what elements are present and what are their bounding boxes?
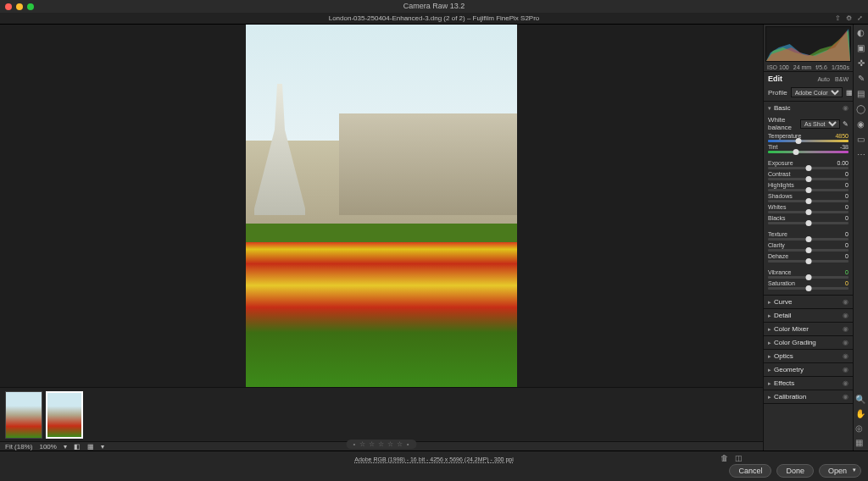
section-effects-header[interactable]: ▸Effects◉	[764, 377, 853, 390]
close-icon[interactable]	[5, 3, 12, 10]
slider-knob[interactable]	[805, 236, 811, 242]
compare-view-icon[interactable]: ◫	[735, 454, 743, 462]
slider-track[interactable]	[768, 211, 849, 213]
settings-icon[interactable]: ⚙	[846, 13, 852, 25]
maximize-icon[interactable]	[27, 3, 34, 10]
zoom-tool-icon[interactable]: 🔍	[855, 395, 865, 404]
slider-knob[interactable]	[805, 198, 811, 204]
slider-track[interactable]	[768, 260, 849, 263]
wb-select[interactable]: As Shot	[800, 119, 840, 129]
thumbnail-selected[interactable]	[46, 391, 83, 439]
radial-tool-icon[interactable]: ◯	[856, 104, 865, 113]
cancel-button[interactable]: Cancel	[729, 464, 771, 478]
slider-knob[interactable]	[805, 165, 811, 171]
section-optics-header[interactable]: ▸Optics◉	[764, 350, 853, 362]
slider-track[interactable]	[768, 238, 849, 240]
profile-browse-icon[interactable]: ▦	[846, 89, 853, 97]
slider-knob[interactable]	[805, 258, 811, 264]
slider-exposure[interactable]: Exposure0.00	[768, 160, 849, 169]
open-button[interactable]: Open	[819, 464, 861, 478]
slider-track[interactable]	[768, 178, 849, 180]
done-button[interactable]: Done	[776, 464, 814, 478]
section-detail-header[interactable]: ▸Detail◉	[764, 309, 853, 322]
section-geometry-header[interactable]: ▸Geometry◉	[764, 363, 853, 376]
zoom-fit[interactable]: Fit (18%)	[5, 443, 32, 451]
slider-clarity[interactable]: Clarity0	[768, 242, 849, 252]
section-curve-header[interactable]: ▸Curve◉	[764, 296, 853, 308]
fullscreen-icon[interactable]: ⤢	[857, 13, 863, 25]
section-color mixer-header[interactable]: ▸Color Mixer◉	[764, 323, 853, 335]
visibility-icon[interactable]: ◉	[843, 325, 849, 333]
slider-track[interactable]	[768, 222, 849, 224]
visibility-icon[interactable]: ◉	[843, 379, 849, 387]
bw-button[interactable]: B&W	[835, 76, 849, 82]
document-title: London-035-250404-Enhanced-3.dng (2 of 2…	[329, 14, 540, 22]
slider-shadows[interactable]: Shadows0	[768, 193, 849, 202]
profile-select[interactable]: Adobe Color	[791, 87, 843, 97]
slider-knob[interactable]	[805, 285, 811, 291]
hand-tool-icon[interactable]: ✋	[855, 409, 865, 418]
slider-track[interactable]	[768, 249, 849, 252]
compare-icon[interactable]: ◧	[74, 443, 81, 451]
filter-icon[interactable]: ▾	[101, 443, 104, 451]
zoom-100[interactable]: 100%	[39, 443, 56, 451]
slider-dehaze[interactable]: Dehaze0	[768, 253, 849, 263]
zoom-dropdown-icon[interactable]: ▾	[64, 443, 67, 451]
visibility-icon[interactable]: ◉	[843, 312, 849, 319]
slider-knob[interactable]	[805, 247, 811, 253]
slider-vibrance[interactable]: Vibrance0	[768, 269, 849, 279]
visibility-icon[interactable]: ◉	[843, 298, 849, 306]
gradient-tool-icon[interactable]: ▤	[857, 89, 865, 98]
slider-saturation[interactable]: Saturation0	[768, 280, 849, 290]
edit-tool-icon[interactable]: ◐	[857, 28, 865, 37]
thumbnail[interactable]	[5, 391, 42, 439]
slider-knob[interactable]	[805, 209, 811, 215]
heal-tool-icon[interactable]: ✜	[858, 58, 865, 68]
auto-button[interactable]: Auto	[817, 76, 829, 82]
slider-track[interactable]	[768, 276, 849, 279]
slider-tint[interactable]: Tint-38	[768, 144, 849, 153]
slider-track[interactable]	[768, 200, 849, 202]
slider-knob[interactable]	[796, 138, 802, 144]
visibility-icon[interactable]: ◉	[843, 352, 849, 360]
visibility-icon[interactable]: ◉	[843, 366, 849, 373]
slider-temperature[interactable]: Temperature4850	[768, 133, 849, 142]
minimize-icon[interactable]	[16, 3, 23, 10]
slider-track[interactable]	[768, 151, 849, 153]
section-calibration-header[interactable]: ▸Calibration◉	[764, 390, 853, 403]
redeye-tool-icon[interactable]: ◉	[857, 119, 865, 129]
visibility-icon[interactable]: ◉	[843, 104, 849, 112]
slider-knob[interactable]	[805, 274, 811, 280]
slider-texture[interactable]: Texture0	[768, 231, 849, 240]
grid-icon[interactable]: ▦	[87, 443, 94, 451]
crop-tool-icon[interactable]: ▣	[857, 43, 865, 53]
rating-bar[interactable]: • ☆ ☆ ☆ ☆ ☆ •	[347, 440, 417, 449]
slider-knob[interactable]	[793, 149, 799, 155]
slider-contrast[interactable]: Contrast0	[768, 171, 849, 180]
slider-track[interactable]	[768, 287, 849, 290]
visibility-icon[interactable]: ◉	[843, 339, 849, 346]
sampler-icon[interactable]: ◎	[855, 423, 865, 433]
histogram[interactable]	[765, 26, 851, 62]
slider-blacks[interactable]: Blacks0	[768, 215, 849, 224]
snapshot-icon[interactable]: ▭	[857, 135, 865, 144]
slider-whites[interactable]: Whites0	[768, 204, 849, 213]
image-preview-area[interactable]	[0, 25, 763, 387]
export-icon[interactable]: ⇪	[835, 13, 841, 25]
slider-knob[interactable]	[805, 220, 811, 226]
slider-track[interactable]	[768, 167, 849, 169]
slider-knob[interactable]	[805, 187, 811, 193]
window-controls[interactable]	[5, 3, 34, 10]
eyedropper-icon[interactable]: ✎	[843, 120, 849, 128]
slider-track[interactable]	[768, 189, 849, 191]
trash-icon[interactable]: 🗑	[721, 454, 728, 462]
slider-track[interactable]	[768, 140, 849, 142]
visibility-icon[interactable]: ◉	[843, 393, 849, 401]
brush-tool-icon[interactable]: ✎	[858, 74, 865, 83]
grid-overlay-icon[interactable]: ▦	[855, 438, 865, 447]
slider-knob[interactable]	[805, 176, 811, 182]
section-basic-header[interactable]: ▾ Basic ◉	[764, 102, 853, 114]
preset-icon[interactable]: ⋯	[857, 150, 865, 159]
section-color grading-header[interactable]: ▸Color Grading◉	[764, 336, 853, 349]
slider-highlights[interactable]: Highlights0	[768, 182, 849, 191]
